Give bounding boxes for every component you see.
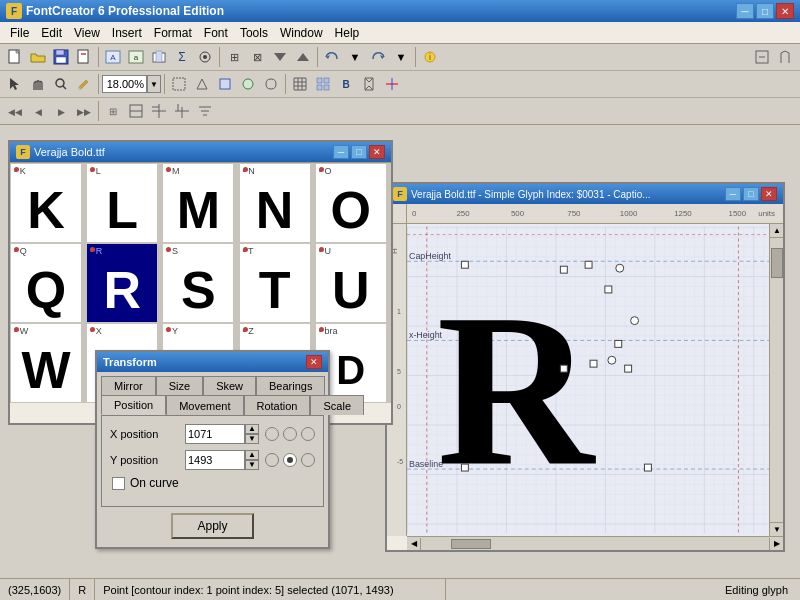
x-radio-1[interactable] — [265, 427, 279, 441]
tab-mirror[interactable]: Mirror — [101, 376, 156, 395]
x-radio-2[interactable] — [283, 427, 297, 441]
tb-btn-11[interactable]: i — [419, 46, 441, 68]
tb-grid-1[interactable] — [289, 73, 311, 95]
glyph-cell-u[interactable]: • UU — [315, 243, 387, 323]
zoom-dropdown[interactable]: ▼ — [147, 75, 161, 93]
tb-grid-3[interactable]: B — [335, 73, 357, 95]
glyph-cell-l[interactable]: • LL — [86, 163, 158, 243]
scrollbar-v[interactable]: ▲ ▼ — [769, 224, 783, 536]
on-curve-checkbox[interactable] — [112, 477, 125, 490]
scroll-track-h[interactable] — [421, 538, 769, 550]
glyph-cell-o[interactable]: • OO — [315, 163, 387, 243]
tb-btn-2[interactable]: A — [102, 46, 124, 68]
tb-r3-3[interactable]: ▶ — [50, 100, 72, 122]
tb-r3-9[interactable] — [194, 100, 216, 122]
menu-insert[interactable]: Insert — [106, 24, 148, 42]
tab-rotation[interactable]: Rotation — [244, 395, 311, 415]
tb-r3-4[interactable]: ▶▶ — [73, 100, 95, 122]
y-radio-1[interactable] — [265, 453, 279, 467]
glyph-cell-k[interactable]: • KK — [10, 163, 82, 243]
tb-edit-1[interactable] — [751, 46, 773, 68]
undo-dropdown[interactable]: ▼ — [344, 46, 366, 68]
tb-btn-3[interactable]: a — [125, 46, 147, 68]
tab-size[interactable]: Size — [156, 376, 203, 395]
save-button[interactable] — [50, 46, 72, 68]
menu-font[interactable]: Font — [198, 24, 234, 42]
maximize-button[interactable]: □ — [756, 3, 774, 19]
tab-position[interactable]: Position — [101, 395, 166, 415]
tb-r3-7[interactable] — [148, 100, 170, 122]
glyph-cell-m[interactable]: • MM — [162, 163, 234, 243]
tb-tool-3[interactable] — [214, 73, 236, 95]
hand-tool[interactable] — [27, 73, 49, 95]
glyph-editor-close[interactable]: ✕ — [761, 187, 777, 201]
tb-r3-5[interactable]: ⊞ — [102, 100, 124, 122]
tab-scale[interactable]: Scale — [310, 395, 364, 415]
menu-format[interactable]: Format — [148, 24, 198, 42]
menu-tools[interactable]: Tools — [234, 24, 274, 42]
close-button[interactable]: ✕ — [776, 3, 794, 19]
tb-r3-8[interactable] — [171, 100, 193, 122]
glyph-canvas[interactable]: R — [407, 224, 783, 536]
scroll-track-v[interactable] — [770, 238, 783, 522]
apply-button[interactable]: Apply — [171, 513, 253, 539]
x-spin-up[interactable]: ▲ — [245, 424, 259, 434]
tb-tool-5[interactable] — [260, 73, 282, 95]
scrollbar-h[interactable]: ◀ ▶ — [407, 536, 783, 550]
x-position-input[interactable] — [185, 424, 245, 444]
y-spin-down[interactable]: ▼ — [245, 460, 259, 470]
glyph-cell-t[interactable]: • TT — [239, 243, 311, 323]
glyph-cell-w[interactable]: • WW — [10, 323, 82, 403]
y-position-input[interactable] — [185, 450, 245, 470]
x-spin-down[interactable]: ▼ — [245, 434, 259, 444]
zoom-tool[interactable] — [50, 73, 72, 95]
close-file-button[interactable] — [73, 46, 95, 68]
tb-edit-2[interactable] — [774, 46, 796, 68]
tab-movement[interactable]: Movement — [166, 395, 243, 415]
tb-tool-2[interactable] — [191, 73, 213, 95]
tb-btn-10[interactable] — [292, 46, 314, 68]
tb-grid-5[interactable] — [381, 73, 403, 95]
menu-edit[interactable]: Edit — [35, 24, 68, 42]
menu-file[interactable]: File — [4, 24, 35, 42]
y-radio-3[interactable] — [301, 453, 315, 467]
pencil-tool[interactable] — [73, 73, 95, 95]
tb-tool-4[interactable] — [237, 73, 259, 95]
y-spin-up[interactable]: ▲ — [245, 450, 259, 460]
scroll-down-btn[interactable]: ▼ — [770, 522, 783, 536]
font-window-minimize[interactable]: ─ — [333, 145, 349, 159]
tb-r3-1[interactable]: ◀◀ — [4, 100, 26, 122]
open-button[interactable] — [27, 46, 49, 68]
redo-button[interactable] — [367, 46, 389, 68]
tb-btn-7[interactable]: ⊞ — [223, 46, 245, 68]
scroll-up-btn[interactable]: ▲ — [770, 224, 783, 238]
menu-window[interactable]: Window — [274, 24, 329, 42]
font-window-close[interactable]: ✕ — [369, 145, 385, 159]
x-radio-3[interactable] — [301, 427, 315, 441]
undo-button[interactable] — [321, 46, 343, 68]
glyph-cell-q[interactable]: • QQ — [10, 243, 82, 323]
scroll-right-btn[interactable]: ▶ — [769, 538, 783, 550]
menu-view[interactable]: View — [68, 24, 106, 42]
tb-btn-4[interactable] — [148, 46, 170, 68]
tb-r3-6[interactable] — [125, 100, 147, 122]
glyph-cell-s[interactable]: • SS — [162, 243, 234, 323]
minimize-button[interactable]: ─ — [736, 3, 754, 19]
scroll-thumb-h[interactable] — [451, 539, 491, 549]
new-button[interactable] — [4, 46, 26, 68]
scroll-left-btn[interactable]: ◀ — [407, 538, 421, 550]
glyph-editor-minimize[interactable]: ─ — [725, 187, 741, 201]
tb-btn-6[interactable] — [194, 46, 216, 68]
tab-bearings[interactable]: Bearings — [256, 376, 325, 395]
redo-dropdown[interactable]: ▼ — [390, 46, 412, 68]
tab-skew[interactable]: Skew — [203, 376, 256, 395]
tb-tool-1[interactable] — [168, 73, 190, 95]
tb-grid-2[interactable] — [312, 73, 334, 95]
select-tool[interactable] — [4, 73, 26, 95]
tb-grid-4[interactable] — [358, 73, 380, 95]
tb-btn-9[interactable] — [269, 46, 291, 68]
zoom-input[interactable] — [102, 75, 147, 93]
glyph-cell-r[interactable]: • RR — [86, 243, 158, 323]
tb-btn-5[interactable]: Σ — [171, 46, 193, 68]
glyph-editor-maximize[interactable]: □ — [743, 187, 759, 201]
